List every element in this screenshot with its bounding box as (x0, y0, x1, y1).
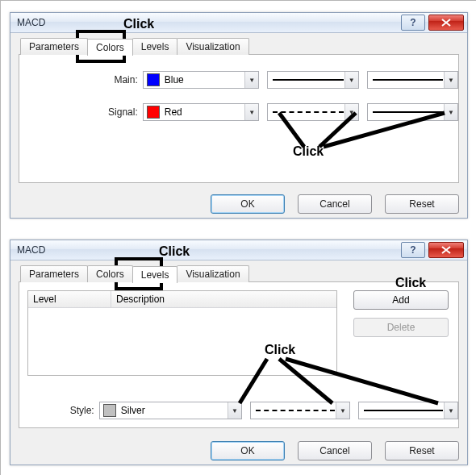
colors-panel: Main: Blue ▼ ▼ ▼ Signal: (19, 54, 459, 183)
solid-line-icon (373, 111, 443, 113)
main-line-pattern-combo[interactable]: ▼ (267, 71, 358, 89)
signal-line-pattern-combo[interactable]: ▼ (267, 103, 358, 121)
titlebar[interactable]: MACD ? (10, 240, 467, 260)
chevron-down-icon: ▼ (228, 402, 241, 419)
dashed-line-icon (256, 410, 335, 411)
tabstrip: Parameters Colors Levels Visualization (20, 265, 459, 282)
chevron-down-icon: ▼ (344, 104, 358, 120)
window-title: MACD (17, 17, 45, 28)
chevron-down-icon: ▼ (444, 104, 457, 120)
style-label: Style: (19, 405, 99, 416)
tab-parameters[interactable]: Parameters (20, 38, 88, 55)
titlebar[interactable]: MACD ? (10, 13, 467, 33)
chevron-down-icon: ▼ (444, 72, 457, 88)
help-button[interactable]: ? (401, 15, 425, 31)
levels-panel: Level Description Add Delete Style: Silv… (19, 281, 459, 428)
signal-line-width-combo[interactable]: ▼ (367, 103, 458, 121)
tab-parameters[interactable]: Parameters (20, 265, 88, 282)
window-title: MACD (17, 244, 45, 256)
ok-button[interactable]: OK (211, 194, 285, 214)
chevron-down-icon: ▼ (344, 72, 358, 88)
tab-levels[interactable]: Levels (132, 266, 178, 283)
main-line-width-combo[interactable]: ▼ (367, 71, 458, 89)
list-header: Level Description (28, 291, 336, 308)
levels-listbox[interactable]: Level Description (27, 290, 337, 376)
chevron-down-icon: ▼ (336, 402, 349, 419)
reset-button[interactable]: Reset (385, 441, 459, 460)
main-color-swatch (147, 73, 160, 86)
delete-button: Delete (353, 318, 449, 337)
solid-line-icon (364, 410, 443, 411)
main-label: Main: (19, 74, 143, 85)
signal-color-swatch (147, 106, 160, 119)
tab-visualization[interactable]: Visualization (177, 38, 248, 55)
dashed-line-icon (273, 111, 343, 113)
ok-button[interactable]: OK (211, 441, 285, 460)
style-color-swatch (103, 404, 116, 417)
chevron-down-icon: ▼ (244, 72, 258, 88)
tabstrip: Parameters Colors Levels Visualization (20, 38, 459, 55)
tab-colors[interactable]: Colors (87, 39, 133, 56)
main-color-combo[interactable]: Blue ▼ (143, 71, 260, 89)
solid-line-icon (273, 79, 343, 81)
chevron-down-icon: ▼ (244, 104, 258, 120)
style-line-pattern-combo[interactable]: ▼ (250, 402, 350, 419)
add-button[interactable]: Add (353, 290, 449, 310)
style-line-width-combo[interactable]: ▼ (358, 402, 458, 419)
macd-dialog-colors: MACD ? Parameters Colors Levels Visualiz… (10, 12, 468, 219)
macd-dialog-levels: MACD ? Parameters Colors Levels Visualiz… (10, 240, 468, 465)
column-description[interactable]: Description (111, 291, 336, 307)
solid-line-icon (373, 79, 443, 81)
cancel-button[interactable]: Cancel (298, 194, 372, 214)
close-button[interactable] (428, 15, 464, 31)
help-button[interactable]: ? (401, 242, 425, 258)
main-color-value: Blue (165, 74, 184, 85)
tab-colors[interactable]: Colors (87, 265, 133, 282)
column-level[interactable]: Level (28, 291, 111, 307)
signal-label: Signal: (19, 106, 143, 118)
tab-levels[interactable]: Levels (132, 38, 178, 55)
signal-color-combo[interactable]: Red ▼ (143, 103, 260, 121)
cancel-button[interactable]: Cancel (298, 441, 372, 460)
style-color-value: Silver (121, 405, 145, 416)
style-color-combo[interactable]: Silver ▼ (99, 402, 242, 419)
close-button[interactable] (428, 242, 464, 258)
tab-visualization[interactable]: Visualization (177, 265, 248, 282)
chevron-down-icon: ▼ (444, 402, 457, 419)
signal-color-value: Red (165, 106, 182, 118)
reset-button[interactable]: Reset (385, 194, 459, 214)
